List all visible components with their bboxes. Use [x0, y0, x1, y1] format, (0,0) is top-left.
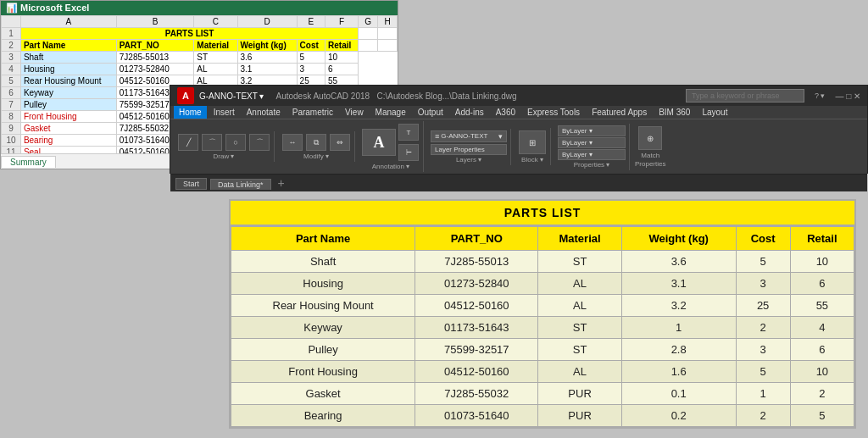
text-big-icon[interactable]: A — [362, 129, 396, 156]
parts-cell-1-3: 3.1 — [621, 273, 736, 295]
tab-summary[interactable]: Summary — [1, 156, 56, 168]
ss-cell-8-0[interactable]: Front Housing — [20, 111, 116, 123]
arc-icon[interactable]: ⌒ — [249, 134, 270, 151]
parts-cell-4-0: Pulley — [231, 339, 415, 361]
table-row: Rear Housing Mount04512-50160AL3.22555 — [231, 295, 854, 317]
menu-a360[interactable]: A360 — [491, 106, 520, 119]
ss-cell-3-2[interactable]: ST — [194, 52, 237, 64]
new-tab-button[interactable]: + — [278, 176, 285, 190]
ss-cell-4-4[interactable]: 3 — [297, 64, 325, 75]
ss-cell-3-4[interactable]: 5 — [297, 52, 325, 64]
menu-addins[interactable]: Add-ins — [450, 106, 489, 119]
ss-row-1: 1 PARTS LIST — [2, 28, 398, 40]
stretch-icon[interactable]: ⇔ — [330, 134, 350, 151]
tab-data-linking[interactable]: Data Linking* — [210, 179, 271, 190]
autocad-window-controls: ― □ ✕ — [835, 91, 860, 101]
menu-view[interactable]: View — [340, 106, 369, 119]
spreadsheet-title-bar: 📊 Microsoft Excel — [1, 1, 398, 15]
ss-row-2: 2 Part Name PART_NO Material Weight (kg)… — [2, 40, 398, 52]
parts-list-title: PARTS LIST — [231, 201, 854, 226]
bylayer-dropdown-3[interactable]: ByLayer ▾ — [558, 149, 626, 160]
dimension-icon[interactable]: ⊢ — [398, 144, 419, 161]
copy-icon[interactable]: ⧉ — [306, 134, 326, 151]
match-properties-group: ⊕ Match Properties — [633, 124, 667, 169]
menu-layout[interactable]: Layout — [697, 106, 732, 119]
parts-cell-7-4: 2 — [736, 405, 790, 427]
menu-home[interactable]: Home — [174, 106, 207, 119]
ss-header-partno: PART_NO — [116, 40, 194, 52]
autocad-title-bar: A G-ANNO-TEXT ▾ Autodesk AutoCAD 2018 C:… — [170, 86, 867, 106]
ss-cell-4-5[interactable]: 6 — [326, 64, 359, 75]
parts-cell-4-1: 75599-32517 — [415, 339, 538, 361]
parts-cell-5-2: AL — [538, 361, 621, 383]
ribbon-group-modify: ↔ ⧉ ⇔ Modify ▾ — [278, 131, 355, 162]
parts-cell-0-5: 10 — [790, 251, 854, 273]
autocad-toolbar: A G-ANNO-TEXT ▾ Autodesk AutoCAD 2018 C:… — [170, 85, 868, 174]
menu-bim360[interactable]: BIM 360 — [654, 106, 695, 119]
bylayer-dropdown-2[interactable]: ByLayer ▾ — [558, 137, 626, 148]
ss-cell-4-1[interactable]: 01273-52840 — [116, 64, 194, 75]
ss-cell-4-3[interactable]: 3.1 — [237, 64, 297, 75]
ss-cell-6-0[interactable]: Keyway — [20, 87, 116, 99]
col-header-h: H — [378, 16, 398, 28]
ribbon-group-block: ⊞ Block ▾ — [515, 128, 551, 165]
ss-cell-10-0[interactable]: Bearing — [20, 135, 116, 147]
col-header-c: C — [194, 16, 237, 28]
layer-properties-bar[interactable]: ≡ G-ANNO-TEXT ▾ — [431, 130, 507, 142]
ribbon-group-properties: ByLayer ▾ ByLayer ▾ ByLayer ▾ Properties… — [554, 124, 630, 170]
menu-featured[interactable]: Featured Apps — [587, 106, 652, 119]
match-properties-icon[interactable]: ⊕ — [638, 126, 662, 150]
parts-cell-7-5: 5 — [790, 405, 854, 427]
ss-cell-3-0[interactable]: Shaft — [20, 52, 116, 64]
ss-header-partname: Part Name — [20, 40, 116, 52]
autocad-search-input[interactable] — [686, 89, 804, 103]
parts-cell-0-1: 7J285-55013 — [415, 251, 538, 273]
col-retail: Retail — [790, 227, 854, 251]
circle-icon[interactable]: ○ — [225, 134, 246, 151]
ss-cell-7-0[interactable]: Pulley — [20, 99, 116, 111]
insert-icon[interactable]: ⊞ — [519, 130, 546, 154]
autocad-tab-bar: Start Data Linking* + — [170, 174, 867, 191]
col-cost: Cost — [736, 227, 790, 251]
modify-label: Modify ▾ — [303, 152, 329, 160]
menu-manage[interactable]: Manage — [370, 106, 411, 119]
tab-start[interactable]: Start — [175, 178, 207, 190]
menu-insert[interactable]: Insert — [209, 106, 240, 119]
table-row: Shaft7J285-55013ST3.6510 — [231, 251, 854, 273]
polyline-icon[interactable]: ⌒ — [202, 134, 222, 151]
menu-parametric[interactable]: Parametric — [287, 106, 338, 119]
parts-cell-5-4: 5 — [736, 361, 790, 383]
menu-annotate[interactable]: Annotate — [242, 106, 286, 119]
autocad-title: Autodesk AutoCAD 2018 C:\Autodesk Blog..… — [275, 91, 516, 101]
ss-cell-4-2[interactable]: AL — [194, 64, 237, 75]
annotation-label: Annotation ▾ — [372, 163, 409, 170]
parts-cell-0-0: Shaft — [231, 251, 415, 273]
line-icon[interactable]: ╱ — [178, 134, 198, 151]
autocad-logo: A — [177, 87, 194, 104]
parts-cell-2-0: Rear Housing Mount — [231, 295, 415, 317]
col-partno: PART_NO — [415, 227, 538, 251]
text-icon[interactable]: T — [398, 124, 419, 141]
parts-list-table: Part Name PART_NO Material Weight (kg) C… — [231, 226, 854, 427]
layer-dropdown[interactable]: Layer Properties — [431, 144, 507, 155]
bylayer-dropdown-1[interactable]: ByLayer ▾ — [558, 125, 626, 136]
ss-cell-5-0[interactable]: Rear Housing Mount — [20, 75, 116, 87]
ss-cell-3-5[interactable]: 10 — [326, 52, 359, 64]
ribbon-group-annotation: A T ⊢ Annotation ▾ — [359, 121, 424, 172]
parts-cell-1-5: 6 — [790, 273, 854, 295]
ss-cell-9-0[interactable]: Gasket — [20, 123, 116, 135]
ss-cell-3-1[interactable]: 7J285-55013 — [116, 52, 194, 64]
parts-cell-6-2: PUR — [538, 383, 621, 405]
move-icon[interactable]: ↔ — [282, 134, 303, 151]
menu-express[interactable]: Express Tools — [522, 106, 585, 119]
parts-cell-7-0: Bearing — [231, 405, 415, 427]
parts-cell-2-1: 04512-50160 — [415, 295, 538, 317]
menu-output[interactable]: Output — [413, 106, 448, 119]
ss-cell-3-3[interactable]: 3.6 — [237, 52, 297, 64]
parts-cell-6-5: 2 — [790, 383, 854, 405]
parts-cell-0-2: ST — [538, 251, 621, 273]
parts-cell-1-1: 01273-52840 — [415, 273, 538, 295]
parts-cell-3-4: 2 — [736, 317, 790, 339]
ss-cell-4-0[interactable]: Housing — [20, 64, 116, 75]
parts-cell-0-3: 3.6 — [621, 251, 736, 273]
